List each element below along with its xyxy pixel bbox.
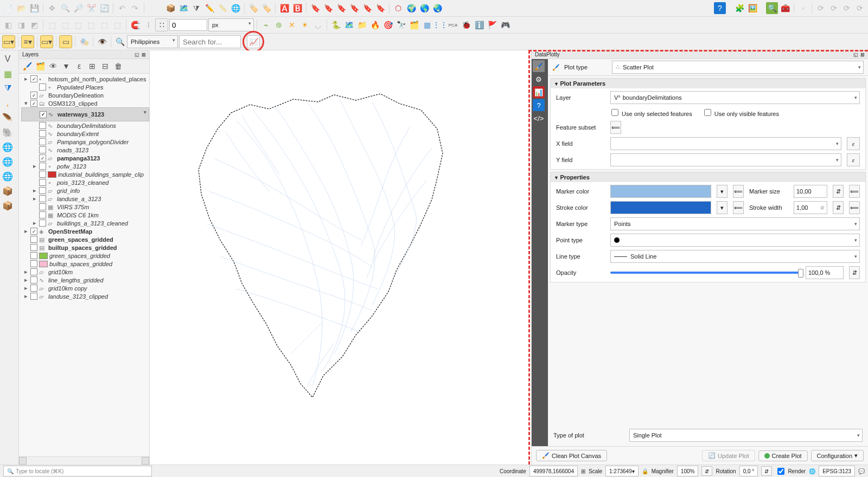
- snap-tolerance-input[interactable]: [169, 19, 207, 31]
- dataplotly-icon[interactable]: 📈: [247, 35, 260, 48]
- layer-visibility-checkbox[interactable]: [39, 130, 46, 137]
- snapping-icon[interactable]: 🧲: [129, 19, 141, 31]
- add-csv-icon[interactable]: ,: [1, 96, 14, 109]
- flag-icon[interactable]: 🚩: [486, 19, 498, 31]
- layers-hscroll[interactable]: [19, 456, 149, 465]
- layer-tree[interactable]: ▸✓•hotosm_phl_north_populated_places∘Pop…: [19, 74, 149, 456]
- add-virtual-icon[interactable]: 📦: [1, 199, 14, 212]
- expand-icon[interactable]: ▸: [23, 228, 29, 235]
- magnifier-spinner[interactable]: ⇵: [701, 466, 712, 476]
- properties-header[interactable]: Properties: [551, 172, 865, 182]
- layers-tool-icon[interactable]: 🗂️: [408, 19, 420, 31]
- t2-7-icon[interactable]: ⬚: [85, 19, 97, 31]
- vertex-icon[interactable]: ⸽: [142, 19, 154, 31]
- expand-icon[interactable]: ▸: [23, 75, 29, 82]
- layer-row[interactable]: ▸▱grid_info: [21, 186, 149, 195]
- new-project-icon[interactable]: 📄: [2, 2, 14, 14]
- label-tool-1-icon[interactable]: 🔖: [309, 2, 321, 14]
- info-tool-icon[interactable]: ℹ️: [473, 19, 485, 31]
- layer-row[interactable]: ▸∿line_lengths_gridded: [21, 276, 149, 284]
- add-mesh-icon[interactable]: ⧩: [190, 2, 202, 14]
- t2-4-icon[interactable]: ⬚: [46, 19, 58, 31]
- folder-icon[interactable]: 📁: [356, 19, 368, 31]
- dp-tab-code-icon[interactable]: </>: [533, 112, 545, 124]
- label-b-icon[interactable]: 🅱️: [291, 2, 303, 14]
- point-type-select[interactable]: [610, 234, 860, 247]
- opacity-input[interactable]: 100,0 %: [806, 266, 844, 279]
- select-by-expr-icon[interactable]: ▭: [59, 35, 72, 48]
- dp-close-icon[interactable]: ⊠: [860, 52, 865, 57]
- osm-search-input[interactable]: [179, 35, 241, 48]
- edit-star-icon[interactable]: ✶: [299, 19, 311, 31]
- layer-row[interactable]: ✓▱BoundaryDelineation: [21, 91, 149, 99]
- layer-expr-icon[interactable]: ε: [73, 60, 85, 72]
- zoom-out-icon[interactable]: 🔎: [72, 2, 84, 14]
- deselect-icon[interactable]: ▭▾: [40, 35, 53, 48]
- layer-row[interactable]: ▸▱landuse_a_3123: [21, 195, 149, 203]
- marker-size-input[interactable]: 10,00: [794, 185, 827, 198]
- layer-visibility-checkbox[interactable]: [30, 293, 37, 300]
- add-vector-layer-icon[interactable]: V: [1, 53, 14, 66]
- marker-type-select[interactable]: Points: [610, 217, 860, 230]
- panel-close-icon[interactable]: ⊠: [142, 52, 146, 57]
- plugin-1-icon[interactable]: 🧩: [733, 2, 745, 14]
- t2-3-icon[interactable]: ◩: [28, 19, 40, 31]
- target-icon[interactable]: 🎯: [382, 19, 394, 31]
- add-wcs-icon[interactable]: 🌐: [1, 155, 14, 168]
- layer-visibility-checkbox[interactable]: [39, 171, 46, 178]
- opacity-spinner[interactable]: ⇵: [849, 266, 860, 279]
- stroke-color-data-defined-button[interactable]: ⟸: [733, 201, 744, 214]
- layer-row[interactable]: ▸▱buildings_a_3123_cleaned: [21, 219, 149, 227]
- expand-icon[interactable]: ▸: [23, 268, 29, 275]
- layer-visibility-checkbox[interactable]: [39, 211, 46, 218]
- render-checkbox[interactable]: [777, 468, 784, 475]
- layer-visibility-checkbox[interactable]: [39, 179, 46, 186]
- use-visible-checkbox[interactable]: [704, 109, 711, 116]
- layer-row[interactable]: ▸▱grid10km: [21, 268, 149, 276]
- undo-icon[interactable]: ↶: [116, 2, 128, 14]
- layer-collapse-icon[interactable]: ⊟: [99, 60, 111, 72]
- x-field-select[interactable]: [610, 137, 841, 150]
- use-selected-checkbox[interactable]: [611, 109, 618, 116]
- update-plot-button[interactable]: 🔄 Update Plot: [702, 450, 755, 461]
- group-1-icon[interactable]: ⟳: [815, 2, 827, 14]
- plot-type-select[interactable]: ∴ Scatter Plot: [612, 61, 864, 74]
- globe-2-icon[interactable]: 🌎: [418, 2, 430, 14]
- label-tool-5-icon[interactable]: 🔖: [361, 2, 373, 14]
- identify-icon[interactable]: 👁️: [96, 36, 108, 48]
- layer-row[interactable]: ▸✓◈OpenStreetMap: [21, 227, 149, 235]
- layer-row[interactable]: ∿roads_3123: [21, 146, 149, 154]
- label-tool-6-icon[interactable]: 🔖: [374, 2, 386, 14]
- map-canvas[interactable]: [150, 50, 531, 465]
- layer-row[interactable]: ▦MODIS C6 1km: [21, 211, 149, 219]
- snap-unit-select[interactable]: px: [208, 18, 254, 31]
- label-tool-3-icon[interactable]: 🔖: [335, 2, 347, 14]
- add-spatialite-icon[interactable]: 🪶: [1, 111, 14, 124]
- layer-visibility-checkbox[interactable]: [39, 203, 46, 210]
- label-a-icon[interactable]: 🅰️: [278, 2, 290, 14]
- layer-visibility-checkbox[interactable]: [39, 163, 46, 170]
- region-select[interactable]: Philippines: [127, 35, 178, 48]
- redo-icon[interactable]: ↷: [129, 2, 141, 14]
- scale-field[interactable]: 1:273649 ▾: [605, 466, 639, 476]
- layer-visibility-checkbox[interactable]: ✓: [40, 111, 47, 118]
- layer-row[interactable]: industrial_buildings_sample_clip: [21, 170, 149, 178]
- osm-search-icon[interactable]: 🔍: [114, 36, 126, 48]
- help-icon[interactable]: ?: [714, 2, 726, 14]
- expand-icon[interactable]: ▸: [32, 163, 37, 170]
- binoculars-icon[interactable]: 🔭: [395, 19, 407, 31]
- layer-visibility-checkbox[interactable]: ✓: [30, 75, 37, 82]
- t2-6-icon[interactable]: ⬚: [72, 19, 84, 31]
- layer-visibility-checkbox[interactable]: [39, 187, 46, 194]
- layer-visibility-checkbox[interactable]: ✓: [30, 100, 37, 107]
- label-tool-2-icon[interactable]: 🔖: [322, 2, 334, 14]
- rotation-field[interactable]: 0,0 °: [739, 466, 758, 476]
- layer-row[interactable]: ✓∿waterways_3123: [21, 107, 149, 121]
- group-4-icon[interactable]: ⟳: [854, 2, 866, 14]
- marker-color-data-defined-button[interactable]: ⟸: [733, 185, 744, 198]
- add-vector-icon[interactable]: 📦: [164, 2, 176, 14]
- search-button-icon[interactable]: 🔍: [766, 2, 778, 14]
- layer-visibility-checkbox[interactable]: [39, 122, 46, 129]
- layer-visibility-checkbox[interactable]: [30, 285, 37, 292]
- expand-icon[interactable]: ▸: [23, 285, 29, 292]
